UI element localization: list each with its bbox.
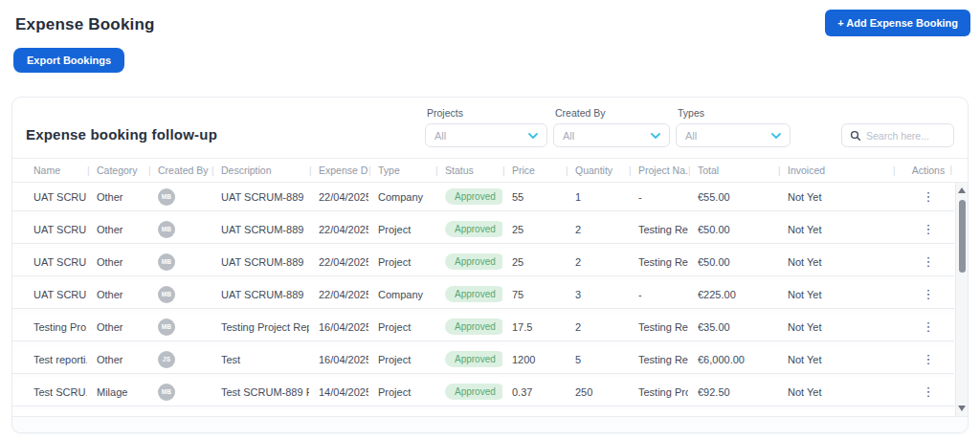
search-input[interactable] — [866, 130, 946, 142]
cell-type: Project — [368, 321, 435, 333]
cell-total: €50.00 — [688, 224, 778, 235]
cell-description: UAT SCRUM-889 — [212, 191, 309, 203]
cell-expense-date: 14/04/2025 — [309, 386, 368, 398]
expense-followup-panel: Expense booking follow-up Projects All C… — [11, 97, 969, 433]
column-header: Type — [368, 159, 435, 182]
cell-name: Test reporti... — [24, 354, 87, 365]
panel-footer — [12, 416, 968, 432]
avatar-initials: MB — [162, 323, 172, 330]
avatar-initials: MB — [162, 226, 172, 232]
kebab-menu-icon[interactable]: ⋮ — [917, 351, 941, 367]
projects-select[interactable]: All — [425, 123, 547, 147]
add-expense-booking-button[interactable]: + Add Expense Booking — [825, 10, 970, 36]
cell-category: Other — [87, 354, 148, 365]
cell-type: Project — [368, 256, 435, 268]
cell-quantity: 2 — [566, 224, 629, 235]
cell-price: 25 — [502, 256, 566, 268]
column-header: Price — [502, 159, 566, 182]
cell-status: Approved — [435, 286, 502, 302]
cell-name: Test SCRU... — [24, 386, 87, 398]
table-scroll-area: UAT SCRU... Other MB UAT SCRUM-889 22/04… — [12, 183, 968, 416]
avatar: MB — [158, 286, 175, 303]
avatar: MB — [158, 318, 175, 336]
cell-category: Other — [87, 289, 148, 300]
cell-project-name: - — [629, 191, 688, 203]
cell-type: Project — [368, 354, 435, 365]
cell-category: Other — [87, 224, 148, 235]
table-row: Test reporti... Other JS Test 16/04/2025… — [12, 345, 954, 374]
cell-project-name: Testing Pro... — [629, 386, 688, 398]
table-row: Test SCRU... Milage MB Test SCRUM-889 Pr… — [12, 378, 954, 406]
filter-created-by: Created By All — [553, 107, 670, 147]
cell-invoiced: Not Yet — [778, 321, 893, 333]
table-row: ⋮ — [12, 410, 954, 416]
column-header: Name — [24, 159, 87, 182]
cell-quantity: 1 — [566, 191, 629, 203]
avatar-initials: MB — [162, 388, 172, 395]
triangle-up-icon[interactable] — [958, 187, 966, 193]
created-by-select[interactable]: All — [553, 123, 670, 147]
cell-total: €35.00 — [688, 321, 778, 333]
types-select[interactable]: All — [676, 123, 791, 147]
cell-status: Approved — [435, 384, 502, 400]
cell-total: €92.50 — [688, 386, 778, 398]
column-header: Total — [688, 159, 778, 182]
cell-created-by: MB — [148, 221, 212, 238]
kebab-menu-icon[interactable]: ⋮ — [917, 318, 941, 335]
export-bookings-button[interactable]: Export Bookings — [13, 48, 124, 73]
kebab-menu-icon[interactable]: ⋮ — [917, 221, 941, 237]
table-row: UAT SCRU... Other MB UAT SCRUM-889 22/04… — [12, 183, 954, 211]
avatar-initials: MB — [162, 291, 172, 297]
panel-header: Expense booking follow-up Projects All C… — [12, 98, 968, 158]
cell-actions: ⋮ — [893, 253, 954, 270]
cell-invoiced: Not Yet — [778, 224, 893, 235]
cell-price: 17.5 — [502, 321, 566, 333]
column-header: Description — [212, 159, 309, 182]
cell-type: Project — [368, 224, 435, 235]
cell-description: UAT SCRUM-889 — [212, 289, 309, 300]
cell-price: 25 — [502, 224, 566, 235]
scrollbar-thumb[interactable] — [959, 200, 966, 273]
status-badge: Approved — [445, 286, 502, 302]
kebab-menu-icon[interactable]: ⋮ — [917, 286, 941, 302]
avatar-initials: MB — [162, 193, 172, 200]
table-body: UAT SCRU... Other MB UAT SCRUM-889 22/04… — [12, 183, 954, 416]
cell-description: UAT SCRUM-889 — [212, 256, 309, 268]
cell-category: Other — [87, 321, 148, 333]
status-badge: Approved — [445, 253, 502, 270]
cell-expense-date: 16/04/2025 — [309, 321, 368, 333]
avatar-initials: JS — [163, 356, 171, 362]
status-badge: Approved — [445, 351, 502, 367]
cell-status: Approved — [435, 253, 502, 270]
cell-price: 0.37 — [502, 386, 566, 398]
cell-category: Other — [87, 256, 148, 268]
kebab-menu-icon[interactable]: ⋮ — [917, 384, 941, 400]
cell-status: Approved — [435, 318, 502, 335]
avatar: MB — [158, 188, 175, 206]
cell-description: UAT SCRUM-889 — [212, 224, 309, 235]
vertical-scrollbar[interactable] — [955, 183, 968, 416]
cell-invoiced: Not Yet — [778, 386, 893, 398]
cell-type: Project — [368, 386, 435, 398]
cell-expense-date: 22/04/2025 — [309, 256, 368, 268]
cell-created-by: MB — [148, 253, 212, 271]
cell-created-by: MB — [148, 318, 212, 336]
triangle-down-icon[interactable] — [958, 406, 966, 411]
cell-description: Test SCRUM-889 Pr... — [212, 386, 309, 398]
filter-types: Types All — [676, 107, 791, 147]
cell-total: €225.00 — [688, 289, 778, 300]
cell-type: Company — [368, 289, 435, 300]
cell-invoiced: Not Yet — [778, 191, 893, 203]
kebab-menu-icon[interactable]: ⋮ — [917, 253, 941, 270]
created-by-select-value: All — [563, 130, 574, 142]
panel-heading: Expense booking follow-up — [26, 126, 217, 143]
projects-select-value: All — [434, 130, 446, 142]
cell-invoiced: Not Yet — [778, 256, 893, 268]
cell-type: Company — [368, 191, 435, 203]
cell-price: 75 — [502, 289, 566, 300]
kebab-menu-icon[interactable]: ⋮ — [917, 188, 941, 205]
filter-types-label: Types — [678, 107, 791, 119]
table-row: UAT SCRU... Other MB UAT SCRUM-889 22/04… — [12, 215, 954, 244]
cell-name: Testing Pro... — [24, 321, 87, 333]
cell-project-name: Testing Re... — [629, 354, 688, 365]
